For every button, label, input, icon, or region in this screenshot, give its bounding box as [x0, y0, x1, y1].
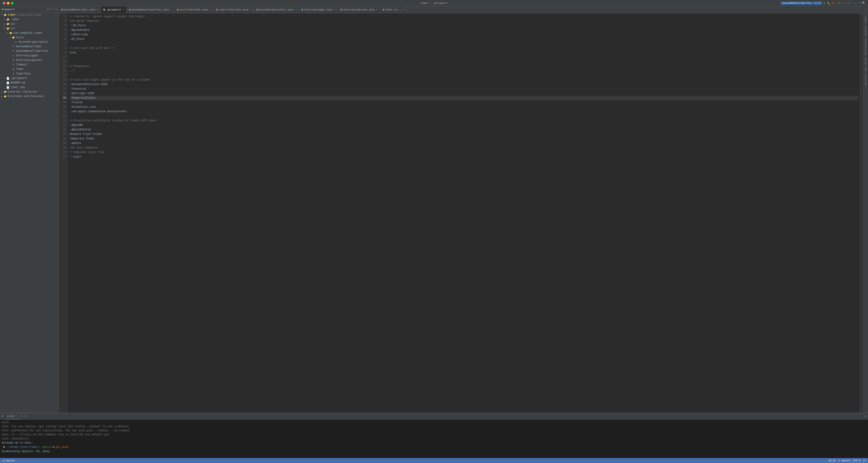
settings-icon[interactable]: ⚙	[859, 2, 861, 4]
toolbar-icon-stop[interactable]: ■	[832, 1, 834, 5]
sidebar-item-external-libs[interactable]: ▶ 📁 External Libraries	[0, 90, 59, 94]
gitignore-file-icon: 📄	[6, 77, 9, 80]
sidebar-item-internallogger[interactable]: ▶ A InternalLogger	[0, 54, 59, 58]
tab-timer[interactable]: Timer.ja... ×	[380, 6, 407, 13]
tab-close-util-tt[interactable]: ×	[210, 9, 211, 11]
toolbar-icon-debug[interactable]: 🐛	[827, 1, 830, 5]
search-icon[interactable]: 🔍	[862, 2, 865, 4]
terminal-settings-icon[interactable]: ⚙	[865, 415, 866, 418]
status-line: 19:16	[828, 459, 836, 462]
tab-util-timertask[interactable]: util/TimerTask.java ×	[175, 6, 214, 13]
editor-content[interactable]: 1234567891011121314151617181920212223242…	[59, 13, 868, 413]
sidebar-title: Project	[2, 8, 12, 11]
sidebar-item-readme[interactable]: ▶ 📄 README.md	[0, 80, 59, 85]
sidebar-item-systemproperty[interactable]: ▶ C SystemPropertyUtil	[0, 40, 59, 44]
sidebar-item-gitignore[interactable]: ▶ 📄 .gitignore	[0, 76, 59, 80]
right-gutter	[860, 13, 863, 413]
branch-selector[interactable]: HashedWheelTimerTest (1) ▼	[780, 1, 822, 5]
git-check[interactable]: ✓	[845, 1, 846, 5]
vtab-notifications[interactable]: Notifications	[864, 38, 867, 56]
prompt-cmd: git push	[56, 445, 69, 449]
git-push[interactable]: ↑	[851, 2, 852, 5]
vertical-tabs: Commit Database Notifications Build Run …	[863, 13, 868, 413]
tab-dot-hwtest	[129, 9, 131, 11]
terminal-line-uptodate: Already up to date.	[2, 441, 866, 445]
tab-close-hwtest[interactable]: ×	[171, 9, 172, 11]
status-bar-right: 19:16 2 spaces UTF-8 LF	[828, 459, 866, 462]
sidebar-item-src[interactable]: ▼ 📁 src	[0, 26, 59, 31]
sidebar-item-scratches[interactable]: ▶ 📁 Scratches and Consoles	[0, 94, 59, 99]
ext-label: External Libraries	[8, 90, 37, 94]
terminal-add-button[interactable]: +	[21, 415, 22, 418]
git-revert[interactable]: ↶	[848, 1, 849, 5]
vtab-database[interactable]: Database	[864, 25, 867, 37]
iml-icon: 📄	[6, 86, 9, 89]
sidebar-item-out[interactable]: ▶ 📁 out	[0, 22, 59, 26]
tab-close-timer-tt[interactable]: ×	[250, 9, 252, 11]
tab-dot-hashedwheeltimer	[61, 9, 63, 11]
utils-label: utils	[16, 36, 24, 39]
sidebar-item-utils[interactable]: ▼ 📁 utils	[0, 35, 59, 40]
sidebar-item-timeriml[interactable]: ▶ 📄 timer.iml	[0, 85, 59, 90]
utils-folder-icon: 📁	[12, 36, 15, 39]
tab-close-sys[interactable]: ×	[296, 9, 297, 11]
sidebar-item-hashedwheel[interactable]: ▶ C HashedWheelTimer	[0, 44, 59, 49]
sidebar-item-root[interactable]: ▼ 📁 timer ~/seven_floor/timer	[0, 13, 59, 17]
hashedwheeltest-label: HashedWheelTimerTest	[16, 49, 49, 53]
terminal-line-enum: Enumerating objects: 43, done.	[2, 450, 866, 454]
terminal-tab-close[interactable]: ×	[16, 415, 17, 417]
sidebar-item-com[interactable]: ▼ 📁 com.template.timer	[0, 31, 59, 35]
tab-timer-timertask[interactable]: timer/TimerTask.java ×	[214, 6, 254, 13]
sidebar-item-timer[interactable]: ▶ I Timer	[0, 67, 59, 71]
tab-close-gitignore[interactable]: ×	[123, 9, 124, 11]
sidebar-item-internalloglevel[interactable]: ▶ I InternalLogLevel	[0, 58, 59, 62]
code-area[interactable]: # Created by .ignore support plugin (hsz…	[68, 13, 860, 413]
vtab-build[interactable]: Build	[864, 57, 867, 66]
terminal-line-hint5: hint: invocation.	[2, 437, 866, 441]
fullscreen-button[interactable]	[11, 2, 13, 4]
tab-dot-ill	[340, 9, 342, 11]
vtab-run[interactable]: Run	[864, 66, 867, 72]
root-label: timer	[8, 13, 16, 16]
sync-icon[interactable]: ⟳	[47, 8, 49, 11]
src-label: src	[10, 27, 16, 30]
tab-close-timer[interactable]: ×	[404, 9, 405, 11]
tab-close-ill[interactable]: ×	[376, 9, 378, 11]
vtab-commit[interactable]: Commit	[864, 14, 867, 24]
tab-label-sys: SystemPropertyUtil.java	[259, 8, 293, 11]
terminal-line-hint3: hint: preference for all repositories. Y…	[2, 429, 866, 433]
com-arrow: ▼	[6, 32, 9, 34]
git-label: Git:	[837, 2, 843, 4]
tab-label-util-tt: util/TimerTask.java	[180, 8, 208, 11]
tab-systemproperty[interactable]: SystemPropertyUtil.java ×	[254, 6, 299, 13]
tab-internalloglevel[interactable]: InternalLogLevel.java ×	[338, 6, 380, 13]
collapse-icon[interactable]: ≡	[50, 8, 52, 11]
tab-internallogger[interactable]: InternalLogger.java ×	[299, 6, 338, 13]
sidebar-item-timertask[interactable]: ▶ I TimerTask	[0, 71, 59, 76]
minimize-button[interactable]	[7, 2, 9, 4]
tab-close-hashedwheeltimer[interactable]: ×	[97, 9, 98, 11]
timertask-icon: I	[12, 72, 15, 75]
sidebar-item-hashedwheeltest[interactable]: ▶ C HashedWheelTimerTest	[0, 49, 59, 54]
terminal-tab-local[interactable]: Local ×	[5, 413, 19, 419]
status-encoding: UTF-8	[853, 459, 861, 462]
more-icon[interactable]: ⚙	[55, 8, 57, 11]
git-pull[interactable]: ↓	[854, 2, 855, 5]
sidebar-item-idea[interactable]: ▶ 📁 .idea	[0, 17, 59, 22]
tab-hashedwheeltimertest[interactable]: HashedWheelTimerTest.java ×	[127, 6, 175, 13]
terminal-tab-label: Local	[7, 415, 14, 418]
close-button[interactable]	[3, 2, 5, 4]
readme-label: README.md	[10, 81, 25, 85]
tab-gitignore[interactable]: .gitignore ×	[101, 6, 127, 13]
tab-close-il[interactable]: ×	[334, 9, 336, 11]
prompt-arrow: ▶	[53, 445, 55, 449]
vtab-structure[interactable]: Structure	[864, 73, 867, 87]
timer-label: Timer	[16, 68, 24, 71]
tab-hashedwheeltimer[interactable]: HashedWheelTimer.java ×	[59, 6, 101, 13]
status-indent: 2 spaces	[838, 459, 850, 462]
sidebar-item-timeout[interactable]: ▶ I Timeout	[0, 62, 59, 67]
sort-icon[interactable]: ↕	[53, 8, 54, 11]
tab-label-il: InternalLogger.java	[304, 8, 333, 11]
terminal-dropdown[interactable]: ▼	[24, 415, 26, 418]
toolbar-icon-run[interactable]: ▶	[824, 1, 826, 5]
